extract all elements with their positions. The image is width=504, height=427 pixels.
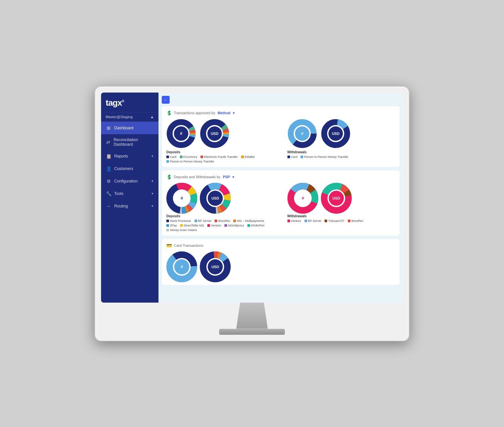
sidebar-logo: tagx® <box>101 93 158 112</box>
legend-item: EWallet <box>241 155 255 159</box>
legend-color <box>241 156 244 158</box>
svg-text:#: # <box>180 264 183 269</box>
legend-item: MGIntlprocs <box>224 224 244 227</box>
back-button[interactable]: ← <box>162 96 170 104</box>
legend-item: Transact-DT <box>325 219 345 223</box>
method-deposits-usd-chart: USD <box>200 119 229 148</box>
customers-icon: 👤 <box>106 166 112 172</box>
legend-color <box>166 224 169 227</box>
sidebar-item-dashboard[interactable]: ⊞ Dashboard <box>101 122 158 134</box>
svg-text:USD: USD <box>211 196 219 200</box>
section-header-psp: 💲 Deposits and Withdrawals by PSP ▼ <box>166 174 395 180</box>
legend-color <box>287 156 290 158</box>
method-charts-row: # <box>166 119 395 163</box>
psp-withdrawals-usd-chart: USD <box>321 183 350 212</box>
deposits-label-method: Deposits <box>166 150 274 154</box>
legend-item: DirectTeller MG <box>180 224 204 227</box>
sidebar: tagx® Master@Staging ▲ ⊞ Dashboard ⇄ Rec… <box>101 93 158 303</box>
legend-color <box>287 220 290 222</box>
deposits-label-psp: Deposits <box>166 214 274 218</box>
psp-deposits-count-chart: # <box>166 183 196 212</box>
psp-section-title: Deposits and Withdrawals by PSP ▼ <box>174 175 235 179</box>
svg-text:USD: USD <box>332 132 339 136</box>
legend-color <box>180 156 182 158</box>
method-deposits-charts: # <box>166 119 274 148</box>
tools-icon: 🔧 <box>106 191 112 197</box>
monitor-wrapper: tagx® Master@Staging ▲ ⊞ Dashboard ⇄ Rec… <box>94 86 410 341</box>
monitor-screen: tagx® Master@Staging ▲ ⊞ Dashboard ⇄ Rec… <box>101 93 403 303</box>
svg-text:#: # <box>180 131 182 136</box>
psp-withdrawals-side: # U <box>287 183 395 232</box>
svg-text:USD: USD <box>211 132 218 136</box>
legend-color <box>195 220 197 222</box>
main-content: ← 💲 Transactions approved by Method ▼ <box>158 93 403 303</box>
legend-color <box>166 220 169 222</box>
psp-charts-row: # <box>166 183 395 232</box>
method-section-title: Transactions approved by Method ▼ <box>174 111 235 115</box>
legend-color <box>166 156 169 158</box>
card-section-icon: 💳 <box>166 243 172 248</box>
legend-color <box>215 220 217 222</box>
section-header-card: 💳 Card Transactions <box>166 243 395 248</box>
legend-item: Person to Person Money Transfer <box>301 155 348 159</box>
method-withdrawals-usd-chart: USD <box>321 119 350 148</box>
legend-item: Person to Person Money Transfer <box>166 160 214 163</box>
legend-color <box>207 224 210 227</box>
psp-withdrawals-charts: # U <box>287 183 395 212</box>
legend-item: Card <box>287 155 298 159</box>
svg-text:#: # <box>302 196 304 201</box>
configuration-chevron-icon: ▼ <box>151 180 154 183</box>
sidebar-account[interactable]: Master@Staging ▲ <box>101 112 158 122</box>
withdrawals-label-psp: Withdrawals <box>287 214 395 218</box>
sidebar-item-customers[interactable]: 👤 Customers <box>101 162 158 175</box>
card-section-title: Card Transactions <box>174 244 203 247</box>
withdrawals-label-method: Withdrawals <box>287 150 395 154</box>
legend-item: BossRev <box>348 219 363 223</box>
deposits-legend-psp: Mock Processor BP Server BossRev <box>166 219 274 232</box>
legend-color <box>166 160 169 163</box>
sidebar-item-configuration[interactable]: ⚙ Configuration ▼ <box>101 175 158 187</box>
routing-chevron-icon: ▼ <box>151 204 154 208</box>
sidebar-item-reconciliation[interactable]: ⇄ Reconciliation Dashboard <box>101 134 158 150</box>
sidebar-item-reports[interactable]: 📋 Reports ▼ <box>101 150 158 162</box>
transactions-by-method-section: 💲 Transactions approved by Method ▼ <box>162 106 400 167</box>
card-charts: # USD <box>166 251 395 281</box>
psp-dropdown-icon[interactable]: ▼ <box>232 175 235 179</box>
legend-item: ECurrency <box>180 155 198 159</box>
monitor-body: tagx® Master@Staging ▲ ⊞ Dashboard ⇄ Rec… <box>94 86 410 341</box>
svg-text:USD: USD <box>211 265 219 269</box>
legend-color <box>224 224 227 227</box>
card-usd-chart: USD <box>200 251 229 281</box>
configuration-icon: ⚙ <box>106 178 112 184</box>
withdrawals-legend-method: Card Person to Person Money Transfer <box>287 155 395 159</box>
deposits-withdrawals-psp-section: 💲 Deposits and Withdrawals by PSP ▼ <box>162 170 400 236</box>
method-withdrawals-count-chart: # <box>287 119 317 148</box>
sidebar-item-routing[interactable]: ↔ Routing ▼ <box>101 200 158 212</box>
dashboard-icon: ⊞ <box>106 125 112 131</box>
legend-item: MGBriPeri <box>247 224 265 227</box>
psp-deposits-usd-chart: USD <box>200 183 229 212</box>
app-logo: tagx® <box>106 98 124 108</box>
monitor-stand <box>232 303 272 329</box>
psp-withdrawals-count-chart: # <box>287 183 317 212</box>
svg-text:#: # <box>301 131 304 136</box>
legend-color <box>166 229 169 231</box>
legend-item: BP Server <box>304 219 322 223</box>
method-deposits-side: # <box>166 119 274 163</box>
method-dropdown-icon[interactable]: ▼ <box>232 111 235 115</box>
psp-deposits-side: # <box>166 183 274 232</box>
monitor-base <box>219 329 285 335</box>
legend-color <box>325 220 327 222</box>
legend-item: Xentum <box>207 224 221 227</box>
svg-text:#: # <box>180 196 183 201</box>
account-chevron-icon: ▲ <box>150 115 154 119</box>
legend-color <box>301 156 303 158</box>
routing-icon: ↔ <box>106 203 112 209</box>
sidebar-item-tools[interactable]: 🔧 Tools ▼ <box>101 187 158 200</box>
tools-chevron-icon: ▼ <box>151 192 154 195</box>
legend-item: MG – Multipayments <box>233 219 264 223</box>
deposits-legend-method: Card ECurrency Electronic Funds Transfer <box>166 155 274 163</box>
method-withdrawals-side: # USD <box>287 119 395 163</box>
reports-icon: 📋 <box>106 153 112 159</box>
withdrawals-legend-psp: Xentum BP Server Transact-DT <box>287 219 395 223</box>
